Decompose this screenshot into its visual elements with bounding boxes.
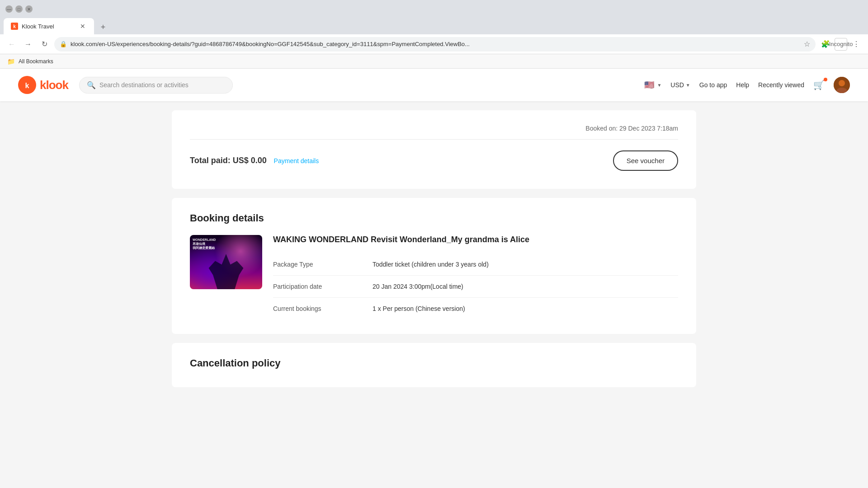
cart-icon[interactable]: 🛒: [813, 80, 825, 90]
browser-toolbar: ← → ↻ 🔒 klook.com/en-US/experiences/book…: [0, 34, 868, 54]
activity-name: WAKING WONDERLAND Revisit Wonderland_My …: [273, 235, 678, 244]
booked-on-text: Booked on: 29 Dec 2023 7:18am: [190, 125, 678, 132]
page-content: k klook 🔍 Search destinations or activit…: [0, 69, 868, 453]
detail-row-package: Package Type Toddler ticket (children un…: [273, 253, 678, 276]
back-button[interactable]: ←: [5, 38, 18, 51]
svg-text:k: k: [25, 82, 29, 89]
currency-label: USD: [670, 81, 684, 89]
address-bar[interactable]: 🔒 klook.com/en-US/experiences/booking-de…: [54, 37, 816, 52]
total-paid-row: Total paid: US$ 0.00 Payment details See…: [190, 147, 678, 174]
participation-date-value: 20 Jan 2024 3:00pm(Local time): [373, 283, 463, 290]
language-selector[interactable]: 🇺🇸 ▼: [644, 80, 661, 90]
package-type-label: Package Type: [273, 261, 354, 268]
search-bar[interactable]: 🔍 Search destinations or activities: [79, 77, 233, 94]
tab-favicon: k: [11, 23, 18, 30]
currency-selector[interactable]: USD ▼: [670, 81, 690, 89]
klook-logo[interactable]: k klook: [18, 76, 68, 94]
favicon-letter: k: [13, 24, 16, 29]
activity-thumbnail: WONDERLAND再遊仙境我阿嬤是愛麗絲: [190, 235, 262, 289]
navbar-right: 🇺🇸 ▼ USD ▼ Go to app Help Recently viewe…: [644, 77, 850, 93]
cart-badge: [824, 78, 827, 81]
svg-point-3: [839, 80, 845, 86]
logo-text: klook: [40, 78, 68, 92]
active-tab[interactable]: k Klook Travel ✕: [4, 18, 94, 34]
more-button[interactable]: ⋮: [850, 38, 863, 51]
total-paid-left: Total paid: US$ 0.00 Payment details: [190, 156, 319, 165]
search-placeholder: Search destinations or activities: [99, 81, 189, 89]
browser-window: — □ ✕ k Klook Travel ✕ + ← → ↻ 🔒 klook.c…: [0, 0, 868, 453]
thumbnail-figure: WONDERLAND再遊仙境我阿嬤是愛麗絲: [190, 235, 262, 289]
incognito-label: Incognito: [829, 41, 853, 47]
maximize-button[interactable]: □: [15, 5, 23, 13]
avatar-image: [834, 77, 850, 93]
tab-title: Klook Travel: [22, 23, 75, 30]
see-voucher-button[interactable]: See voucher: [613, 150, 678, 171]
close-button[interactable]: ✕: [25, 5, 33, 13]
activity-details: WAKING WONDERLAND Revisit Wonderland_My …: [273, 235, 678, 319]
total-paid-text: Total paid: US$ 0.00: [190, 156, 267, 165]
go-to-app-link[interactable]: Go to app: [699, 81, 727, 89]
current-bookings-value: 1 x Per person (Chinese version): [373, 305, 465, 312]
thumbnail-text: WONDERLAND再遊仙境我阿嬤是愛麗絲: [193, 238, 216, 250]
window-controls: — □ ✕: [5, 5, 33, 13]
recently-viewed-link[interactable]: Recently viewed: [758, 81, 804, 89]
profile-button[interactable]: Incognito: [835, 38, 847, 51]
lock-icon: 🔒: [60, 41, 67, 47]
lang-dropdown-arrow: ▼: [657, 83, 661, 88]
url-display: klook.com/en-US/experiences/booking-deta…: [71, 41, 800, 47]
klook-logo-icon: k: [18, 76, 36, 94]
bookmarks-bar: 📁 All Bookmarks: [0, 54, 868, 69]
navbar: k klook 🔍 Search destinations or activit…: [0, 69, 868, 101]
current-bookings-label: Current bookings: [273, 305, 354, 312]
bookmarks-label[interactable]: All Bookmarks: [19, 58, 53, 65]
bookmarks-folder-icon: 📁: [7, 58, 15, 65]
forward-button[interactable]: →: [22, 38, 34, 51]
thumbnail-silhouette: [204, 254, 248, 289]
reload-button[interactable]: ↻: [38, 38, 51, 51]
flag-icon: 🇺🇸: [644, 80, 654, 90]
participation-date-label: Participation date: [273, 283, 354, 290]
toolbar-icons: 🧩 Incognito ⋮: [819, 38, 863, 51]
detail-row-date: Participation date 20 Jan 2024 3:00pm(Lo…: [273, 276, 678, 298]
divider: [190, 139, 678, 140]
detail-row-bookings: Current bookings 1 x Per person (Chinese…: [273, 298, 678, 319]
help-link[interactable]: Help: [736, 81, 749, 89]
payment-details-link[interactable]: Payment details: [274, 157, 319, 164]
activity-row: WONDERLAND再遊仙境我阿嬤是愛麗絲 WAKING WONDERLAND …: [190, 235, 678, 319]
payment-section: Booked on: 29 Dec 2023 7:18am Total paid…: [172, 110, 696, 189]
main-content: Booked on: 29 Dec 2023 7:18am Total paid…: [163, 110, 705, 387]
currency-dropdown-arrow: ▼: [686, 83, 690, 88]
star-icon[interactable]: ☆: [804, 40, 810, 48]
new-tab-button[interactable]: +: [96, 20, 110, 34]
browser-titlebar: — □ ✕: [0, 0, 868, 18]
tab-bar: k Klook Travel ✕ +: [0, 18, 868, 34]
user-avatar[interactable]: [834, 77, 850, 93]
search-icon: 🔍: [87, 81, 96, 89]
tab-close-button[interactable]: ✕: [79, 22, 87, 30]
package-type-value: Toddler ticket (children under 3 years o…: [373, 261, 489, 268]
booking-details-section: Booking details WONDERLAND再遊仙境我阿嬤是愛麗絲: [172, 198, 696, 334]
cancellation-section: Cancellation policy: [172, 343, 696, 387]
booking-details-title: Booking details: [190, 212, 678, 224]
cancellation-policy-title: Cancellation policy: [190, 357, 678, 369]
minimize-button[interactable]: —: [5, 5, 13, 13]
